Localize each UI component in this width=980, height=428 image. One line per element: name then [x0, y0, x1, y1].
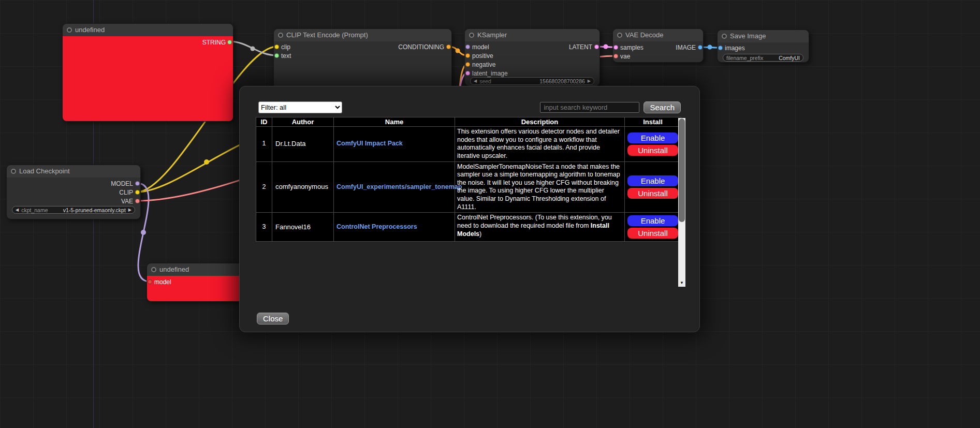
search-button[interactable]: Search — [643, 101, 681, 113]
cell-description: ControlNet Preprocessors. (To use this e… — [455, 213, 625, 242]
input-dot-samples[interactable] — [613, 45, 618, 50]
stepper-right-icon[interactable]: ▶ — [588, 77, 591, 85]
link-dot — [204, 159, 209, 165]
close-button[interactable]: Close — [257, 313, 289, 324]
output-dot-conditioning[interactable] — [446, 45, 451, 49]
output-slot-string: STRING — [202, 38, 226, 47]
link-dot — [708, 45, 712, 50]
input-slot-positive: positive — [472, 51, 493, 61]
input-slot-text: text — [281, 51, 291, 61]
table-row: 1 Dr.Lt.Data ComfyUI Impact Pack This ex… — [256, 127, 681, 162]
node-header[interactable]: KSampler — [465, 29, 599, 41]
output-slot-image: IMAGE — [676, 43, 696, 52]
ckpt-name-widget[interactable]: ◀ ckpt_name v1-5-pruned-emaonly.ckpt ▶ — [12, 206, 135, 214]
node-title: undefined — [75, 24, 105, 36]
output-dot-model[interactable] — [135, 181, 140, 186]
col-header-author: Author — [272, 117, 334, 127]
enable-button[interactable]: Enable — [627, 132, 678, 143]
col-header-description: Description — [455, 117, 625, 127]
collapse-dot-icon[interactable] — [617, 33, 622, 38]
table-scrollbar[interactable]: ▼ — [678, 118, 685, 287]
dialog-toolbar: Filter: all Search — [258, 100, 681, 114]
col-header-install: Install — [625, 117, 681, 127]
filename-prefix-widget[interactable]: filename_prefix ComfyUI — [723, 54, 803, 62]
cell-install: Enable Uninstall — [625, 127, 681, 162]
node-title: CLIP Text Encode (Prompt) — [286, 29, 368, 41]
input-dot-model[interactable] — [465, 45, 470, 49]
table-header-row: ID Author Name Description Install — [256, 117, 681, 127]
input-slot-clip: clip — [281, 42, 290, 52]
filter-select[interactable]: Filter: all — [258, 101, 342, 113]
stepper-left-icon[interactable]: ◀ — [474, 77, 477, 85]
output-slot-vae: VAE — [121, 197, 133, 206]
input-dot-text[interactable] — [274, 53, 279, 58]
col-header-name: Name — [334, 117, 455, 127]
stepper-right-icon[interactable]: ▶ — [128, 206, 131, 214]
input-slot-model: model — [154, 277, 171, 287]
node-ksampler[interactable]: KSampler model positive negative latent_… — [464, 28, 600, 86]
output-dot-string[interactable] — [227, 40, 232, 45]
input-dot-vae[interactable] — [613, 54, 618, 58]
link-dot — [251, 47, 255, 51]
widget-value: 156680208700286 — [539, 78, 585, 84]
description-text: ControlNet Preprocessors. (To use this e… — [457, 214, 612, 229]
node-header[interactable]: VAE Decode — [613, 29, 703, 41]
input-slot-negative: negative — [472, 60, 495, 69]
node-title: Load Checkpoint — [19, 165, 70, 178]
link-dot — [456, 49, 460, 53]
scrollbar-thumb[interactable] — [679, 119, 685, 222]
cell-id: 1 — [256, 127, 272, 162]
uninstall-button[interactable]: Uninstall — [627, 145, 678, 156]
cell-install: Enable Uninstall — [625, 213, 681, 242]
node-header[interactable]: Save Image — [718, 30, 809, 42]
widget-value: v1-5-pruned-emaonly.ckpt — [63, 207, 126, 213]
enable-button[interactable]: Enable — [627, 175, 678, 186]
collapse-dot-icon[interactable] — [67, 27, 72, 33]
collapse-dot-icon[interactable] — [11, 169, 16, 174]
seed-widget[interactable]: ◀ seed 156680208700286 ▶ — [470, 77, 594, 85]
scroll-down-icon[interactable]: ▼ — [678, 279, 685, 287]
extension-link[interactable]: ComfyUI_experiments/sampler_tonemap — [337, 183, 462, 190]
collapse-dot-icon[interactable] — [151, 267, 156, 272]
enable-button[interactable]: Enable — [627, 215, 678, 226]
widget-name: seed — [479, 78, 491, 84]
input-dot-positive[interactable] — [465, 53, 470, 58]
extension-link[interactable]: ComfyUI Impact Pack — [337, 140, 403, 147]
node-title: KSampler — [477, 29, 507, 41]
node-header[interactable]: CLIP Text Encode (Prompt) — [274, 29, 451, 41]
output-slot-conditioning: CONDITIONING — [398, 42, 444, 52]
input-dot-model[interactable] — [148, 279, 152, 284]
collapse-dot-icon[interactable] — [278, 33, 283, 38]
table-row: 2 comfyanonymous ComfyUI_experiments/sam… — [256, 161, 681, 213]
description-text: ModelSamplerTonemapNoiseTest a node that… — [457, 163, 620, 211]
col-header-id: ID — [256, 117, 272, 127]
node-load-checkpoint[interactable]: Load Checkpoint MODEL CLIP VAE ◀ ckpt_na… — [6, 165, 141, 219]
input-dot-images[interactable] — [718, 46, 723, 50]
search-input[interactable] — [540, 102, 639, 113]
extension-manager-dialog: Filter: all Search ID Author Name Descri… — [239, 86, 700, 332]
input-dot-clip[interactable] — [274, 45, 279, 49]
input-slot-vae: vae — [620, 52, 630, 61]
cell-author: Fannovel16 — [272, 213, 334, 242]
input-dot-negative[interactable] — [465, 62, 470, 67]
uninstall-button[interactable]: Uninstall — [627, 188, 678, 199]
node-header[interactable]: Load Checkpoint — [7, 165, 140, 178]
output-dot-vae[interactable] — [135, 199, 140, 203]
output-slot-model: MODEL — [111, 179, 133, 188]
link-dot — [604, 45, 608, 49]
extension-link[interactable]: ControlNet Preprocessors — [337, 223, 417, 230]
node-undefined-top[interactable]: undefined STRING — [62, 23, 233, 122]
input-dot-latent-image[interactable] — [465, 71, 470, 76]
output-dot-clip[interactable] — [135, 190, 140, 195]
collapse-dot-icon[interactable] — [722, 34, 727, 39]
output-slot-latent: LATENT — [569, 42, 592, 52]
output-dot-image[interactable] — [698, 45, 703, 50]
node-save-image[interactable]: Save Image images filename_prefix ComfyU… — [717, 29, 809, 63]
collapse-dot-icon[interactable] — [469, 33, 474, 38]
input-slot-samples: samples — [620, 43, 643, 52]
node-vae-decode[interactable]: VAE Decode samples vae IMAGE — [612, 28, 704, 63]
node-header[interactable]: undefined — [63, 24, 233, 36]
stepper-left-icon[interactable]: ◀ — [16, 206, 19, 214]
output-dot-latent[interactable] — [594, 45, 599, 49]
uninstall-button[interactable]: Uninstall — [627, 228, 678, 239]
